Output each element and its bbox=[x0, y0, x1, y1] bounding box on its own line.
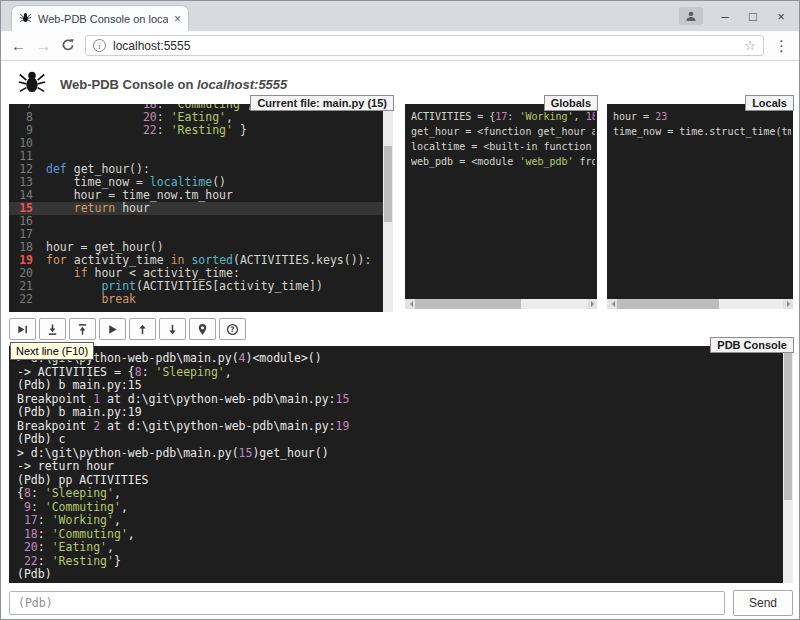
code-token: , bbox=[121, 500, 128, 514]
return-button[interactable] bbox=[69, 318, 96, 340]
menu-button[interactable]: ⋮ bbox=[774, 38, 789, 53]
pdb-console-label: PDB Console bbox=[710, 337, 794, 353]
console-line: -> ACTIVITIES = {8: 'Sleeping', bbox=[17, 366, 781, 380]
code-line: 22 break bbox=[9, 293, 383, 306]
console-scrollbar[interactable] bbox=[783, 346, 793, 583]
console-line: Breakpoint 2 at d:\git\python-web-pdb\ma… bbox=[17, 420, 781, 434]
browser-tab[interactable]: Web-PDB Console on localhost:5555 × bbox=[11, 5, 189, 31]
step-out-icon bbox=[76, 323, 89, 336]
scroll-track[interactable] bbox=[719, 299, 783, 309]
code-token: (Pdb) pp ACTIVITIES bbox=[17, 473, 149, 487]
scroll-right-icon[interactable] bbox=[587, 299, 597, 309]
code-token: sorted bbox=[191, 253, 233, 267]
code-token: 'Eating' bbox=[52, 540, 107, 554]
globals-panel: Globals ACTIVITIES = {17: 'Working', 18:… bbox=[405, 104, 597, 309]
locals-scrollbar[interactable] bbox=[607, 299, 793, 309]
send-button[interactable]: Send bbox=[733, 590, 793, 616]
webpdb-favicon-icon bbox=[19, 10, 32, 28]
code-text: print(ACTIVITIES[activity_time]) bbox=[46, 279, 323, 293]
code-token bbox=[46, 292, 101, 306]
console-line: 20: 'Eating', bbox=[17, 541, 781, 555]
code-token bbox=[46, 123, 143, 137]
tab-title: Web-PDB Console on localhost:5555 bbox=[38, 13, 168, 25]
code-token: (Pdb) b main.py:19 bbox=[17, 405, 142, 419]
code-text: time_now = localtime() bbox=[46, 175, 226, 189]
step-into-button[interactable] bbox=[39, 318, 66, 340]
locals-scrollbar-thumb[interactable] bbox=[617, 299, 719, 309]
console-line: {8: 'Sleeping', bbox=[17, 487, 781, 501]
code-token: from bbox=[574, 156, 595, 167]
code-text: hour = time_now.tm_hour bbox=[46, 188, 233, 202]
step-into-icon bbox=[46, 323, 59, 336]
code-token: , bbox=[107, 540, 114, 554]
console-line: 17: 'Working', bbox=[17, 514, 781, 528]
code-token bbox=[17, 540, 24, 554]
code-line: 16 bbox=[9, 215, 383, 228]
where-button[interactable] bbox=[189, 318, 216, 340]
close-button[interactable]: × bbox=[767, 1, 795, 31]
code-token: : bbox=[157, 110, 171, 124]
tab-close-icon[interactable]: × bbox=[174, 12, 181, 26]
code-token bbox=[17, 513, 24, 527]
profile-button[interactable] bbox=[679, 7, 703, 25]
command-input[interactable] bbox=[9, 591, 725, 615]
code-token: , bbox=[114, 513, 121, 527]
console-scrollbar-thumb[interactable] bbox=[784, 350, 792, 500]
up-button[interactable] bbox=[129, 318, 156, 340]
continue-button[interactable] bbox=[99, 318, 126, 340]
address-bar[interactable]: i localhost:5555 ☆ bbox=[85, 35, 764, 56]
browser-toolbar: ← → i localhost:5555 ☆ ⋮ bbox=[1, 31, 799, 61]
code-token: at d:\git\python-web-pdb\main.py: bbox=[100, 419, 335, 433]
scroll-track[interactable] bbox=[521, 299, 587, 309]
page-content: Web-PDB Console on localhost:5555 Curren… bbox=[1, 61, 799, 619]
info-icon[interactable]: i bbox=[93, 39, 106, 52]
code-token: 'Sleeping' bbox=[156, 365, 225, 379]
url-text: localhost:5555 bbox=[113, 39, 190, 53]
scroll-right-icon[interactable] bbox=[783, 299, 793, 309]
code-token: 18 bbox=[586, 111, 595, 122]
console-line: (Pdb) pp ACTIVITIES bbox=[17, 474, 781, 488]
back-button[interactable]: ← bbox=[11, 38, 26, 53]
code-token: () bbox=[212, 175, 226, 189]
globals-scrollbar-thumb[interactable] bbox=[415, 299, 521, 309]
code-token: : bbox=[38, 554, 52, 568]
debug-toolbar: ? bbox=[9, 318, 246, 340]
refresh-button[interactable] bbox=[61, 38, 75, 54]
code-token: -> ACTIVITIES = { bbox=[17, 365, 135, 379]
bookmark-star-icon[interactable]: ☆ bbox=[744, 38, 756, 53]
editor-scrollbar-thumb[interactable] bbox=[384, 146, 392, 222]
code-token: web_pdb = <module bbox=[411, 156, 519, 167]
down-button[interactable] bbox=[159, 318, 186, 340]
browser-window: Web-PDB Console on localhost:5555 × – □ … bbox=[0, 0, 800, 620]
scroll-left-icon[interactable] bbox=[405, 299, 415, 309]
page-title-host: localhost:5555 bbox=[197, 77, 287, 92]
minimize-button[interactable]: – bbox=[711, 1, 739, 31]
console-line: > d:\git\python-web-pdb\main.py(4)<modul… bbox=[17, 352, 781, 366]
code-token: 'Eating' bbox=[171, 110, 226, 124]
code-token bbox=[17, 527, 24, 541]
code-token: hour bbox=[115, 201, 150, 215]
code-token: : bbox=[507, 111, 519, 122]
code-text: break bbox=[46, 292, 136, 306]
next-line-button[interactable] bbox=[9, 318, 36, 340]
help-button[interactable]: ? bbox=[219, 318, 246, 340]
forward-button[interactable]: → bbox=[36, 38, 51, 53]
maximize-button[interactable]: □ bbox=[739, 1, 767, 31]
scroll-left-icon[interactable] bbox=[607, 299, 617, 309]
next-line-icon bbox=[16, 323, 29, 336]
globals-scrollbar[interactable] bbox=[405, 299, 597, 309]
line-number[interactable]: 22 bbox=[9, 293, 33, 306]
code-token: (ACTIVITIES[activity_time]) bbox=[136, 279, 323, 293]
editor-scrollbar[interactable] bbox=[383, 104, 393, 312]
console-line: (Pdb) b main.py:19 bbox=[17, 406, 781, 420]
code-token bbox=[46, 266, 74, 280]
code-token: 18 bbox=[24, 527, 38, 541]
code-token: time_now = time.struct_time(tm_year= bbox=[613, 126, 791, 137]
arrow-down-icon bbox=[166, 323, 179, 336]
code-token: 'Resting' bbox=[52, 554, 114, 568]
tab-strip: Web-PDB Console on localhost:5555 × – □ … bbox=[1, 1, 799, 31]
code-token: 8 bbox=[24, 486, 31, 500]
locals-line: time_now = time.struct_time(tm_year= bbox=[613, 124, 791, 139]
code-token: 15 bbox=[336, 392, 350, 406]
location-pin-icon bbox=[196, 323, 209, 336]
